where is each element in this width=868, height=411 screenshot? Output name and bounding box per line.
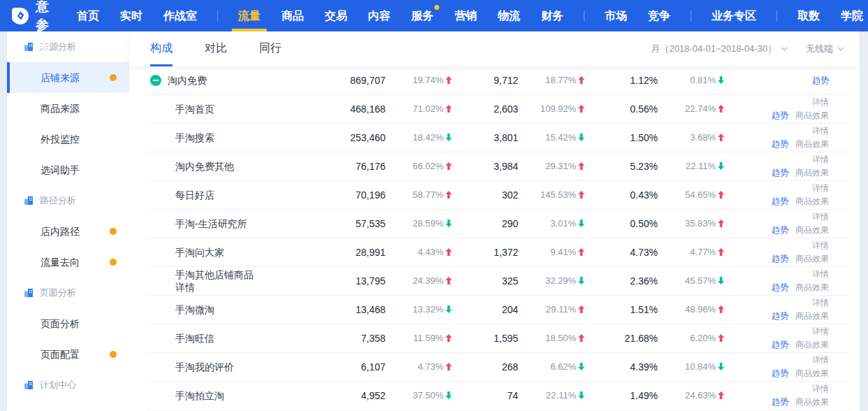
conversion-rate: 5.23%	[584, 161, 658, 172]
trend-link[interactable]: 趋势	[812, 75, 829, 85]
sidebar-item[interactable]: 运营计划	[7, 401, 129, 411]
detail-link[interactable]: 详情	[812, 269, 829, 279]
actions-line-2: 趋势商品效果	[724, 166, 829, 180]
nav-item[interactable]: 取数	[797, 0, 820, 31]
arrow-up-icon	[578, 104, 584, 115]
detail-link[interactable]: 详情	[812, 154, 829, 164]
nav-item[interactable]: 内容	[368, 0, 390, 31]
trend-link[interactable]: 趋势	[772, 252, 788, 266]
product_effect-link[interactable]: 商品效果	[795, 138, 829, 151]
nav-item[interactable]: 学院	[841, 0, 863, 31]
terminal-selector[interactable]: 无线端	[806, 43, 844, 55]
detail-link[interactable]: 详情	[812, 183, 829, 193]
product_effect-link[interactable]: 商品效果	[795, 367, 829, 380]
date-range-selector[interactable]: 月（2018-04-01~2018-04-30）	[651, 43, 788, 55]
change-percent: 37.50%	[385, 390, 452, 401]
nav-item[interactable]: 首页	[77, 0, 99, 31]
change-value: 22.74%	[685, 103, 716, 114]
trend-link[interactable]: 趋势	[772, 367, 788, 380]
sidebar-item[interactable]: 流量去向	[7, 247, 129, 277]
nav-item[interactable]: 服务	[411, 0, 434, 31]
product_effect-link[interactable]: 商品效果	[795, 224, 829, 237]
change-value: 15.42%	[545, 132, 576, 143]
product_effect-link[interactable]: 商品效果	[795, 396, 829, 409]
trend-link[interactable]: 趋势	[772, 310, 788, 323]
nav-item[interactable]: 业务专区	[712, 0, 756, 31]
nav-item[interactable]: 财务	[541, 0, 564, 31]
sidebar-item-label: 页面分析	[41, 318, 80, 329]
detail-link[interactable]: 详情	[812, 240, 829, 250]
product_effect-link[interactable]: 商品效果	[795, 310, 829, 323]
product_effect-link[interactable]: 商品效果	[795, 109, 829, 122]
detail-link[interactable]: 详情	[812, 326, 829, 336]
trend-link[interactable]: 趋势	[772, 109, 788, 122]
sidebar-item[interactable]: 店铺来源	[7, 62, 129, 93]
nav-item-label: 商品	[281, 10, 304, 22]
detail-link[interactable]: 详情	[812, 355, 829, 365]
change-value: 11.59%	[413, 333, 443, 343]
sidebar-item[interactable]: 页面配置	[7, 339, 129, 370]
nav-item[interactable]: 物流	[498, 0, 520, 31]
product_effect-link[interactable]: 商品效果	[795, 166, 829, 180]
source-name-cell: 手淘我的评价	[150, 361, 305, 373]
detail-link[interactable]: 详情	[812, 126, 829, 136]
product_effect-link[interactable]: 商品效果	[795, 252, 829, 266]
table-row: 手淘旺信7,35811.59%1,59518.50%21.68%6.20%详情趋…	[146, 324, 850, 353]
nav-item[interactable]: 交易	[325, 0, 347, 31]
trend-link[interactable]: 趋势	[772, 396, 788, 409]
sidebar-item[interactable]: 页面分析	[7, 308, 129, 339]
arrow-up-icon	[578, 161, 584, 172]
trend-link[interactable]: 趋势	[772, 281, 788, 294]
detail-link[interactable]: 详情	[812, 97, 829, 107]
traffic-source-table: 淘内免费869,70719.74%9,71218.77%1.12%0.81%趋势…	[129, 66, 860, 411]
nav-item-label: 实时	[120, 10, 142, 22]
trend-link[interactable]: 趋势	[772, 338, 788, 352]
nav-item[interactable]: 市场	[605, 0, 627, 31]
nav-item[interactable]: 流量	[238, 0, 260, 31]
detail-link[interactable]: 详情	[812, 298, 829, 308]
change-value: 13.32%	[413, 304, 443, 315]
change-value: 22.11%	[546, 390, 576, 401]
sidebar-item[interactable]: 外投监控	[7, 124, 129, 154]
trend-link[interactable]: 趋势	[772, 195, 788, 208]
trend-link[interactable]: 趋势	[772, 166, 788, 180]
detail-link[interactable]: 详情	[812, 384, 829, 394]
change-value: 71.02%	[413, 103, 443, 114]
trend-link[interactable]: 趋势	[772, 138, 788, 151]
trend-link[interactable]: 趋势	[772, 224, 788, 237]
actions-line-1: 详情	[724, 124, 829, 138]
brand[interactable]: 生意参谋	[11, 0, 50, 52]
detail-link[interactable]: 详情	[812, 212, 829, 222]
change-value: 18.50%	[545, 333, 576, 343]
conversion-rate: 1.51%	[584, 304, 658, 315]
new-feature-dot	[110, 259, 117, 266]
nav-item[interactable]: 实时	[120, 0, 142, 31]
tab[interactable]: 同行	[259, 31, 281, 66]
change-percent: 9.41%	[518, 247, 584, 258]
tab[interactable]: 对比	[205, 31, 227, 66]
buyers-count: 268	[452, 361, 518, 373]
conversion-rate: 1.50%	[584, 132, 658, 143]
nav-item[interactable]: 竞争	[648, 0, 670, 31]
sidebar-item[interactable]: 选词助手	[7, 154, 129, 185]
change-percent: 11.59%	[385, 333, 452, 344]
nav-item[interactable]: 作战室	[163, 0, 197, 31]
product_effect-link[interactable]: 商品效果	[795, 195, 829, 208]
change-percent: 22.11%	[658, 161, 724, 172]
arrow-up-icon	[446, 333, 452, 344]
tab[interactable]: 构成	[150, 31, 172, 66]
sidebar-item[interactable]: 商品来源	[7, 93, 129, 124]
actions-cell: 详情趋势商品效果	[724, 153, 829, 180]
buyers-count: 204	[452, 304, 518, 315]
arrow-up-icon	[446, 276, 452, 287]
arrow-down-icon	[578, 219, 584, 229]
product_effect-link[interactable]: 商品效果	[795, 338, 829, 352]
actions-cell: 详情趋势商品效果	[724, 268, 829, 294]
sidebar-item[interactable]: 店内路径	[7, 216, 129, 247]
nav-item[interactable]: 营销	[455, 0, 477, 31]
product_effect-link[interactable]: 商品效果	[795, 281, 829, 294]
change-percent: 18.42%	[385, 132, 452, 143]
collapse-toggle-icon[interactable]	[150, 75, 161, 86]
actions-line-2: 趋势商品效果	[724, 396, 829, 409]
nav-item[interactable]: 商品	[281, 0, 304, 31]
